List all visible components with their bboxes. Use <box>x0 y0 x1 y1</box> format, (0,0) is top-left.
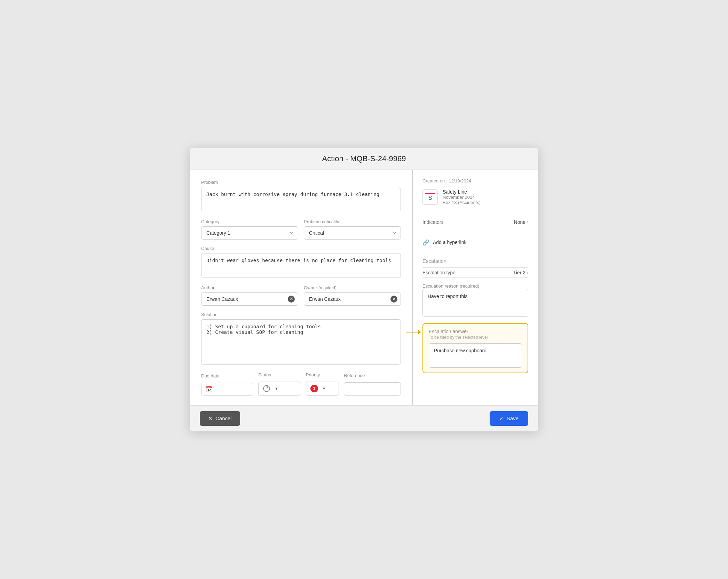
status-label: Status <box>258 372 301 377</box>
source-box: Box 18 (Accidents) <box>443 200 481 205</box>
escalation-answer-label: Escalation answer <box>429 329 522 334</box>
escalation-answer-container: Escalation answer To be filled by the se… <box>422 323 528 373</box>
escalation-answer-text: Purchase new cupboard <box>434 348 486 353</box>
cancel-button[interactable]: ✕ Cancel <box>200 411 240 426</box>
source-icon: S <box>422 189 438 205</box>
author-owner-row: Author ✕ Owner (required) ✕ <box>201 285 401 306</box>
status-select[interactable]: ▼ <box>258 382 301 396</box>
modal-title: Action - MQB-S-24-9969 <box>201 154 527 163</box>
author-field: Author ✕ <box>201 285 298 306</box>
modal-footer: ✕ Cancel ✓ Save <box>190 405 538 431</box>
indicators-row[interactable]: Indicators None › <box>422 217 528 227</box>
due-date-label: Due date <box>201 373 253 378</box>
divider-1 <box>422 212 528 212</box>
escalation-type-label: Escalation type <box>422 270 456 275</box>
author-input[interactable] <box>201 292 298 306</box>
escalation-reason-label: Escalation reason (required) <box>422 283 479 289</box>
divider-3 <box>422 253 528 253</box>
category-select[interactable]: Category 1 <box>201 226 298 240</box>
escalation-answer-box[interactable]: Purchase new cupboard <box>429 343 522 368</box>
save-label: Save <box>507 415 519 421</box>
arrow-head <box>418 330 421 334</box>
author-clear-button[interactable]: ✕ <box>288 296 295 303</box>
source-card: S Safety Line November 2024 Box 18 (Acci… <box>422 189 528 205</box>
due-date-input[interactable]: 📅 <box>201 383 253 396</box>
arrow-indicator <box>406 330 421 334</box>
source-icon-inner: S <box>425 193 435 201</box>
cause-field: Cause <box>201 246 401 279</box>
indicators-chevron-icon: › <box>527 220 528 225</box>
criticality-select[interactable]: Critical <box>304 226 401 240</box>
cause-input[interactable] <box>201 253 401 277</box>
criticality-label: Problem criticality <box>304 219 401 224</box>
problem-input[interactable] <box>201 187 401 211</box>
author-input-wrapper: ✕ <box>201 292 298 306</box>
calendar-icon: 📅 <box>206 386 213 392</box>
priority-chevron-icon: ▼ <box>322 386 326 391</box>
status-icon <box>263 385 270 392</box>
save-button[interactable]: ✓ Save <box>490 411 528 426</box>
escalation-type-row[interactable]: Escalation type Tier 2 › <box>422 267 528 278</box>
author-label: Author <box>201 285 298 290</box>
problem-field: Problem <box>201 180 401 213</box>
bottom-fields-row: Due date 📅 Status ▼ <box>201 372 401 396</box>
indicators-value[interactable]: None › <box>514 219 528 225</box>
source-icon-bar <box>425 193 435 194</box>
priority-badge: 1 <box>310 385 318 392</box>
escalation-answer-sublabel: To be filled by the selected level <box>429 335 522 340</box>
status-chevron-icon: ▼ <box>275 386 278 391</box>
right-panel: Created on : 12/19/2024 S Safety Line No… <box>413 170 538 405</box>
arrow-line <box>406 332 418 332</box>
category-criticality-row: Category Category 1 Problem criticality … <box>201 219 401 240</box>
owner-label: Owner (required) <box>304 285 401 290</box>
escalation-reason-text: Have to report this <box>428 294 467 299</box>
divider-2 <box>422 232 528 232</box>
owner-input-wrapper: ✕ <box>304 292 401 306</box>
problem-label: Problem <box>201 180 401 185</box>
category-field: Category Category 1 <box>201 219 298 240</box>
source-name: Safety Line <box>443 189 481 195</box>
indicators-label: Indicators <box>422 219 444 225</box>
criticality-field: Problem criticality Critical <box>304 219 401 240</box>
cancel-label: Cancel <box>215 415 232 421</box>
created-on-text: Created on : 12/19/2024 <box>422 178 528 183</box>
save-check-icon: ✓ <box>499 415 504 422</box>
status-field: Status ▼ <box>258 372 301 396</box>
escalation-section-title: Escalation <box>422 258 528 264</box>
category-label: Category <box>201 219 298 224</box>
escalation-reason-box[interactable]: Have to report this <box>422 289 528 317</box>
solution-label: Solution <box>201 312 401 317</box>
cancel-x-icon: ✕ <box>208 415 213 422</box>
escalation-type-chevron-icon: › <box>527 270 528 275</box>
left-panel: Problem Category Category 1 Problem crit… <box>190 170 413 405</box>
add-hyperlink-button[interactable]: 🔗 Add a hyperlink <box>422 237 528 248</box>
source-info: Safety Line November 2024 Box 18 (Accide… <box>443 189 481 205</box>
owner-field: Owner (required) ✕ <box>304 285 401 306</box>
action-modal: Action - MQB-S-24-9969 Problem Category … <box>190 148 538 431</box>
owner-clear-button[interactable]: ✕ <box>390 296 397 303</box>
escalation-section: Escalation Escalation type Tier 2 › Esca… <box>422 258 528 373</box>
solution-field: Solution <box>201 312 401 366</box>
escalation-type-value[interactable]: Tier 2 › <box>513 270 528 275</box>
add-hyperlink-text: Add a hyperlink <box>433 240 467 245</box>
source-date: November 2024 <box>443 195 481 200</box>
escalation-answer-wrapper: Escalation answer To be filled by the se… <box>422 323 528 373</box>
priority-select[interactable]: 1 ▼ <box>306 382 339 396</box>
priority-field: Priority 1 ▼ <box>306 372 339 396</box>
priority-label: Priority <box>306 372 339 377</box>
solution-input[interactable] <box>201 319 401 365</box>
modal-header: Action - MQB-S-24-9969 <box>190 148 538 170</box>
cause-label: Cause <box>201 246 401 251</box>
link-icon: 🔗 <box>422 239 429 246</box>
owner-input[interactable] <box>304 292 401 306</box>
reference-input[interactable] <box>344 382 401 396</box>
escalation-reason-field: Escalation reason (required) Have to rep… <box>422 283 528 317</box>
reference-field: Reference <box>344 373 401 396</box>
reference-label: Reference <box>344 373 401 378</box>
modal-body: Problem Category Category 1 Problem crit… <box>190 170 538 405</box>
due-date-field: Due date 📅 <box>201 373 253 396</box>
source-icon-letter: S <box>428 195 432 201</box>
